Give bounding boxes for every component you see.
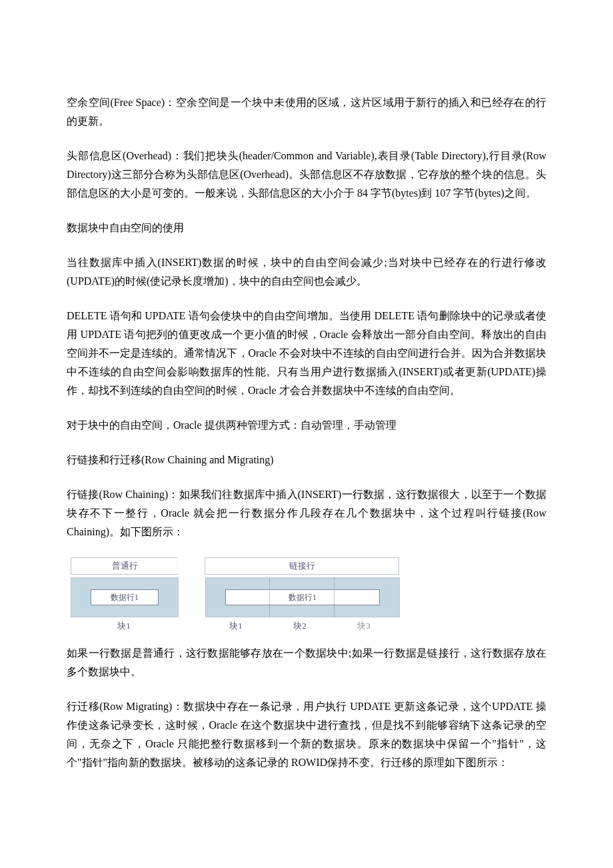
paragraph-insert-update: 当往数据库中插入(INSERT)数据的时候，块中的自由空间会减少;当对块中已经存… — [67, 253, 546, 291]
diagram-block-labels: 块1 块1 块2 块3 — [67, 620, 400, 632]
diagram-row-left: 数据行1 — [91, 589, 159, 605]
paragraph-row-chaining: 行链接(Row Chaining)：如果我们往数据库中插入(INSERT)一行数… — [67, 485, 546, 541]
diagram-row-chaining: 普通行 链接行 数据行1 数据行1 块1 块1 块2 块3 — [67, 557, 546, 632]
document-page: 空余空间(Free Space)：空余空间是一个块中未使用的区域，这片区域用于新… — [0, 0, 613, 868]
diagram-block-left: 数据行1 — [71, 577, 179, 617]
diagram-divider-icon — [269, 578, 270, 617]
diagram-label-block3: 块3 — [332, 620, 396, 632]
paragraph-row-migrating: 行迁移(Row Migrating)：数据块中存在一条记录，用户执行 UPDAT… — [67, 697, 546, 772]
diagram-label-spacer — [177, 620, 204, 632]
heading-row-chaining-migrating: 行链接和行迁移(Row Chaining and Migrating) — [67, 451, 546, 469]
diagram-row-right: 数据行1 — [225, 589, 380, 605]
diagram-header-chained-row: 链接行 — [205, 557, 399, 575]
diagram-body: 数据行1 数据行1 — [67, 577, 400, 617]
paragraph-free-space: 空余空间(Free Space)：空余空间是一个块中未使用的区域，这片区域用于新… — [67, 93, 546, 131]
diagram-block-right: 数据行1 — [205, 577, 400, 617]
diagram-headers: 普通行 链接行 — [67, 557, 400, 575]
paragraph-overhead: 头部信息区(Overhead)：我们把块头(header/Common and … — [67, 147, 546, 203]
paragraph-management-modes: 对于块中的自由空间，Oracle 提供两种管理方式：自动管理，手动管理 — [67, 416, 546, 435]
diagram-label-block2: 块2 — [268, 620, 332, 632]
diagram-divider-icon — [334, 578, 334, 617]
paragraph-delete-update: DELETE 语句和 UPDATE 语句会使块中的自由空间增加。当使用 DELE… — [67, 307, 546, 400]
diagram-header-normal-row: 普通行 — [71, 557, 178, 575]
heading-free-space-usage: 数据块中自由空间的使用 — [67, 219, 546, 237]
paragraph-row-type-summary: 如果一行数据是普通行，这行数据能够存放在一个数据块中;如果一行数据是链接行，这行… — [67, 644, 546, 681]
diagram-label-block1-right: 块1 — [204, 620, 268, 632]
diagram-label-block1-left: 块1 — [71, 620, 177, 632]
